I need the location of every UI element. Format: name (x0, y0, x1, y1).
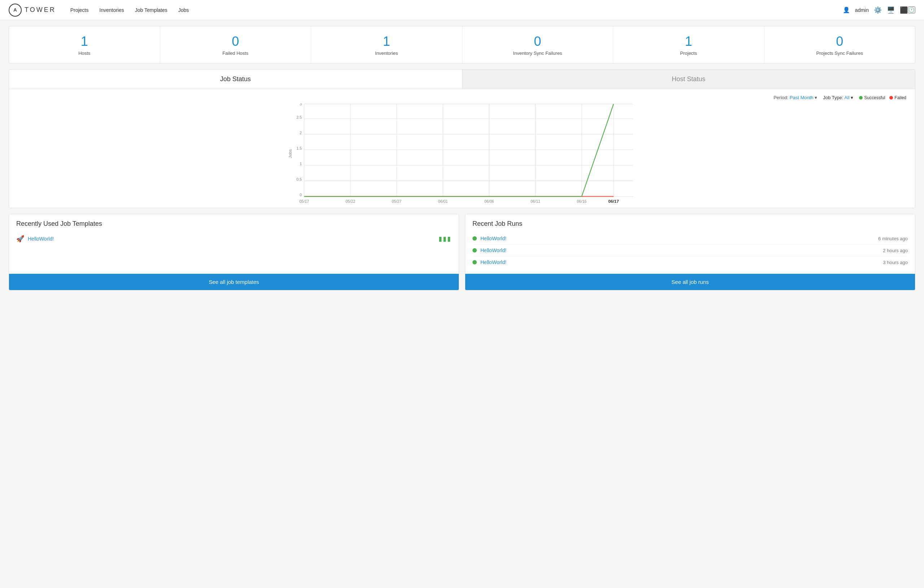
stat-number-4: 1 (617, 33, 761, 49)
navbar: A TOWER Projects Inventories Job Templat… (0, 0, 924, 20)
stat-item-4[interactable]: 1 Projects (613, 26, 764, 63)
svg-text:06/06: 06/06 (484, 199, 494, 203)
status-panel: Job Status Host Status Period: Past Mont… (9, 69, 915, 208)
job-runs-card-title: Recent Job Runs (472, 220, 908, 227)
job-run-item-1: HelloWorld! 2 hours ago (472, 245, 908, 257)
rocket-icon: 🚀 (16, 235, 24, 243)
job-run-time-1: 2 hours ago (883, 248, 908, 253)
admin-label: admin (855, 7, 869, 13)
nav-links: Projects Inventories Job Templates Jobs (70, 7, 843, 13)
svg-text:2.5: 2.5 (296, 115, 302, 119)
job-run-link-2[interactable]: HelloWorld! (480, 259, 507, 265)
stat-label-3: Inventory Sync Failures (466, 51, 610, 56)
svg-text:0: 0 (300, 193, 302, 197)
tab-host-status[interactable]: Host Status (462, 70, 915, 89)
stat-item-3[interactable]: 0 Inventory Sync Failures (462, 26, 614, 63)
svg-text:06/16: 06/16 (577, 199, 587, 203)
stat-item-5[interactable]: 0 Projects Sync Failures (764, 26, 915, 63)
logo-letter: A (13, 7, 16, 13)
chart-legend: Successful Failed (859, 95, 906, 100)
stat-item-2[interactable]: 1 Inventories (311, 26, 462, 63)
chart-area: Period: Past Month ▾ Job Type: All ▾ Suc… (9, 89, 915, 208)
settings-icon[interactable]: ⚙️ (874, 6, 882, 14)
templates-card-title: Recently Used Job Templates (16, 220, 452, 227)
nav-projects[interactable]: Projects (70, 7, 89, 13)
svg-text:05/22: 05/22 (345, 199, 355, 203)
svg-text:05/17: 05/17 (299, 199, 309, 203)
template-actions: ▮▮▮ (439, 235, 452, 243)
svg-text:2: 2 (300, 130, 302, 135)
svg-text:05/27: 05/27 (392, 199, 402, 203)
svg-text:1.5: 1.5 (296, 146, 302, 150)
stat-number-3: 0 (466, 33, 610, 49)
failed-dot (889, 96, 893, 100)
job-type-value[interactable]: All (844, 95, 849, 100)
svg-text:3: 3 (300, 103, 302, 106)
svg-text:06/01: 06/01 (438, 199, 448, 203)
job-run-left-2: HelloWorld! (472, 259, 507, 265)
chart-svg-container: Jobs 0 0.5 1 1.5 2 2.5 3 (18, 103, 906, 204)
nav-inventories[interactable]: Inventories (99, 7, 124, 13)
success-dot (859, 96, 863, 100)
template-link[interactable]: HelloWorld! (28, 236, 54, 242)
user-icon: 👤 (843, 7, 850, 13)
job-run-item-0: HelloWorld! 6 minutes ago (472, 233, 908, 245)
stat-number-0: 1 (13, 33, 156, 49)
templates-card-body: Recently Used Job Templates 🚀 HelloWorld… (9, 214, 459, 274)
logout-icon[interactable]: ⬛ (900, 6, 908, 14)
monitor-icon[interactable]: 🖥️ (887, 6, 895, 14)
stat-label-2: Inventories (315, 51, 459, 56)
job-run-left-0: HelloWorld! (472, 236, 507, 241)
nav-right: 👤 admin ⚙️ 🖥️ ⬛ (843, 6, 908, 14)
run-dot-0 (472, 236, 477, 240)
run-dot-2 (472, 260, 477, 264)
svg-text:1: 1 (300, 161, 302, 166)
stat-number-1: 0 (164, 33, 307, 49)
job-run-link-0[interactable]: HelloWorld! (480, 236, 507, 241)
job-status-chart: Jobs 0 0.5 1 1.5 2 2.5 3 (18, 103, 906, 204)
stat-number-5: 0 (768, 33, 912, 49)
template-item: 🚀 HelloWorld! ▮▮▮ (16, 233, 452, 245)
job-run-time-0: 6 minutes ago (878, 236, 908, 241)
run-dot-1 (472, 248, 477, 252)
job-run-item-2: HelloWorld! 3 hours ago (472, 257, 908, 268)
svg-text:Jobs: Jobs (288, 149, 293, 158)
nav-jobs[interactable]: Jobs (178, 7, 189, 13)
stats-card: 1 Hosts0 Failed Hosts1 Inventories0 Inve… (9, 26, 915, 64)
job-runs-card: Recent Job Runs HelloWorld! 6 minutes ag… (465, 214, 915, 290)
status-tabs: Job Status Host Status (9, 70, 915, 89)
legend-successful: Successful (859, 95, 885, 100)
period-value[interactable]: Past Month (790, 95, 813, 100)
job-run-time-2: 3 hours ago (883, 260, 908, 265)
clock-button[interactable]: 🕐 (908, 7, 915, 13)
period-label: Period: Past Month ▾ (774, 95, 817, 100)
bottom-row: Recently Used Job Templates 🚀 HelloWorld… (9, 214, 915, 290)
stat-label-0: Hosts (13, 51, 156, 56)
svg-text:06/17: 06/17 (608, 199, 619, 204)
job-runs-footer[interactable]: See all job runs (465, 274, 915, 290)
brand-logo[interactable]: A TOWER (9, 3, 56, 16)
svg-text:0.5: 0.5 (296, 178, 302, 182)
chart-controls: Period: Past Month ▾ Job Type: All ▾ Suc… (18, 95, 906, 100)
logo-circle: A (9, 3, 21, 16)
brand-name: TOWER (25, 6, 56, 14)
stat-label-5: Projects Sync Failures (768, 51, 912, 56)
legend-failed: Failed (889, 95, 906, 100)
tab-job-status[interactable]: Job Status (9, 70, 462, 89)
stat-number-2: 1 (315, 33, 459, 49)
job-run-link-1[interactable]: HelloWorld! (480, 247, 507, 253)
templates-footer[interactable]: See all job templates (9, 274, 459, 290)
main-content: 1 Hosts0 Failed Hosts1 Inventories0 Inve… (0, 20, 924, 296)
job-type-label: Job Type: All ▾ (823, 95, 853, 100)
job-runs-card-body: Recent Job Runs HelloWorld! 6 minutes ag… (465, 214, 915, 274)
nav-job-templates[interactable]: Job Templates (135, 7, 167, 13)
job-run-left-1: HelloWorld! (472, 247, 507, 253)
svg-text:06/11: 06/11 (531, 199, 540, 203)
stat-item-1[interactable]: 0 Failed Hosts (160, 26, 312, 63)
stat-label-4: Projects (617, 51, 761, 56)
templates-card: Recently Used Job Templates 🚀 HelloWorld… (9, 214, 459, 290)
template-item-left: 🚀 HelloWorld! (16, 235, 54, 243)
stat-item-0[interactable]: 1 Hosts (9, 26, 160, 63)
stat-label-1: Failed Hosts (164, 51, 307, 56)
